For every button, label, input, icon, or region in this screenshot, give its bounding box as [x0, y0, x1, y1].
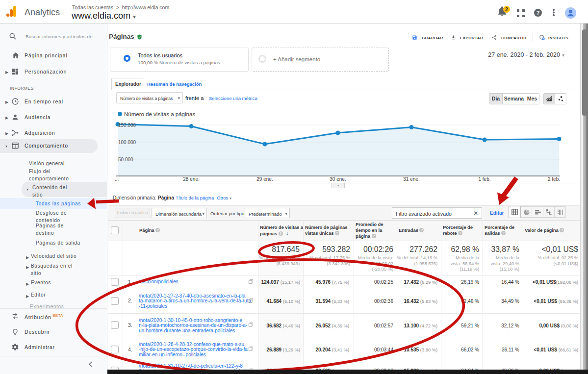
svg-text:29 ene.: 29 ene.	[256, 176, 273, 182]
svg-text:150.000: 150.000	[118, 123, 136, 128]
svg-text:2 feb.: 2 feb.	[548, 176, 560, 182]
svg-text:30 ene.: 30 ene.	[330, 176, 346, 182]
svg-text:...: ...	[115, 176, 119, 182]
svg-text:50.000: 50.000	[118, 157, 133, 162]
svg-text:100.000: 100.000	[118, 140, 136, 145]
svg-text:31 ene.: 31 ene.	[403, 176, 419, 182]
svg-text:1 feb.: 1 feb.	[478, 176, 490, 182]
svg-text:28 ene.: 28 ene.	[183, 176, 199, 182]
